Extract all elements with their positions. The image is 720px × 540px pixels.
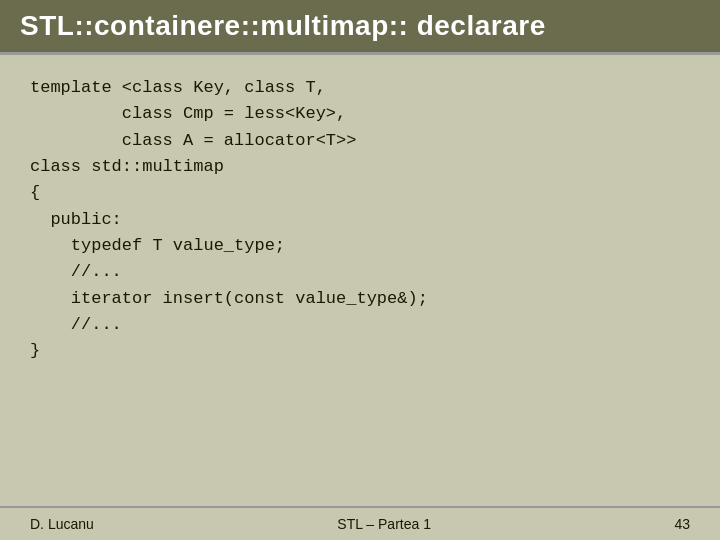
slide-header: STL::containere::multimap:: declarare — [0, 0, 720, 55]
code-text: template <class Key, class T, class Cmp … — [30, 75, 690, 365]
slide-content: template <class Key, class T, class Cmp … — [0, 55, 720, 506]
slide: STL::containere::multimap:: declarare te… — [0, 0, 720, 540]
code-block: template <class Key, class T, class Cmp … — [30, 75, 690, 486]
slide-footer: D. Lucanu STL – Partea 1 43 — [0, 506, 720, 540]
slide-title: STL::containere::multimap:: declarare — [20, 10, 700, 42]
footer-page: 43 — [674, 516, 690, 532]
footer-title: STL – Partea 1 — [337, 516, 431, 532]
footer-author: D. Lucanu — [30, 516, 94, 532]
